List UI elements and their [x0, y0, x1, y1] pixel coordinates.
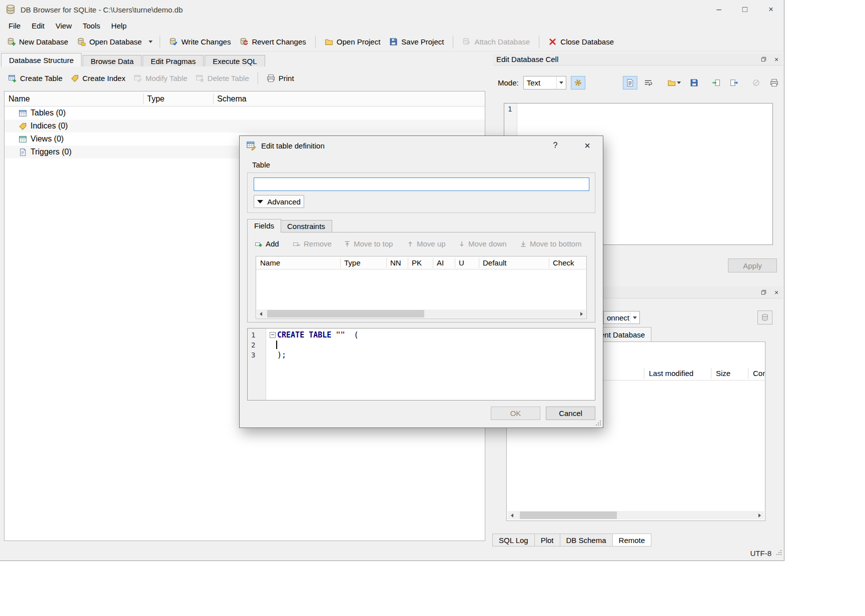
line-number: 2	[248, 340, 266, 350]
column-header-commit[interactable]: Comm	[750, 367, 765, 380]
export-button[interactable]	[727, 76, 741, 90]
print-label: Print	[279, 74, 294, 82]
open-database-dropdown[interactable]	[146, 38, 155, 46]
close-panel-icon[interactable]: ×	[771, 288, 782, 297]
column-header-name[interactable]: Name	[5, 92, 30, 106]
column-header-default[interactable]: Default	[480, 256, 507, 269]
resize-grip[interactable]	[776, 550, 777, 551]
mode-combobox[interactable]: Text	[523, 76, 566, 90]
menu-file[interactable]: File	[3, 20, 26, 32]
column-header-pk[interactable]: PK	[409, 256, 422, 269]
dialog-title-bar[interactable]: Edit table definition ? ×	[240, 136, 603, 155]
dialog-resize-grip[interactable]	[596, 420, 597, 422]
tab-plot[interactable]: Plot	[534, 534, 560, 546]
clone-database-button[interactable]	[757, 310, 772, 324]
tab-sql-log[interactable]: SQL Log	[492, 534, 535, 546]
save-file-button[interactable]	[687, 76, 701, 90]
float-panel-icon[interactable]	[758, 54, 769, 64]
tab-constraints[interactable]: Constraints	[280, 220, 332, 232]
create-index-label: Create Index	[83, 74, 126, 82]
modify-table-icon	[134, 74, 142, 82]
scroll-right-icon[interactable]	[755, 511, 764, 520]
scroll-right-icon[interactable]	[577, 310, 586, 318]
menu-edit[interactable]: Edit	[26, 20, 50, 32]
create-index-button[interactable]: Create Index	[67, 71, 130, 86]
tab-remote[interactable]: Remote	[612, 534, 652, 546]
column-header-ai[interactable]: AI	[434, 256, 444, 269]
move-bottom-label: Move to bottom	[530, 240, 581, 248]
horizontal-scrollbar[interactable]	[508, 511, 764, 520]
minimize-icon[interactable]: –	[706, 0, 732, 19]
column-separator[interactable]	[644, 368, 644, 379]
tree-row-tables[interactable]: Tables (0)	[5, 106, 485, 120]
encoding-status[interactable]: UTF-8	[750, 549, 772, 558]
column-separator[interactable]	[455, 258, 455, 268]
tab-edit-pragmas[interactable]: Edit Pragmas	[143, 55, 204, 66]
column-separator[interactable]	[549, 258, 549, 268]
apply-button[interactable]: Apply	[728, 258, 777, 272]
tab-db-schema[interactable]: DB Schema	[560, 534, 613, 546]
open-database-button[interactable]: Open Database	[73, 34, 146, 49]
close-database-button[interactable]: Close Database	[544, 34, 618, 49]
cancel-button[interactable]: Cancel	[546, 406, 595, 420]
column-separator[interactable]	[213, 94, 214, 104]
column-header-size[interactable]: Size	[713, 367, 746, 380]
column-header-last-modified[interactable]: Last modified	[646, 367, 711, 380]
help-icon[interactable]: ?	[547, 138, 564, 153]
column-header-type[interactable]: Type	[143, 92, 165, 106]
scrollbar-thumb[interactable]	[520, 512, 617, 519]
tab-fields[interactable]: Fields	[247, 219, 281, 232]
identity-combobox[interactable]: onnect	[603, 311, 640, 324]
float-panel-icon[interactable]	[758, 288, 769, 297]
create-table-button[interactable]: Create Table	[4, 71, 67, 86]
close-panel-icon[interactable]: ×	[771, 54, 782, 64]
fold-collapse-icon[interactable]: −	[270, 332, 276, 338]
advanced-button[interactable]: Advanced	[254, 195, 304, 208]
open-file-button[interactable]	[664, 76, 683, 90]
menu-view[interactable]: View	[50, 20, 77, 32]
column-header-type[interactable]: Type	[341, 256, 361, 269]
column-header-schema[interactable]: Schema	[213, 92, 247, 106]
auto-mode-button[interactable]	[571, 76, 585, 90]
tab-database-structure[interactable]: Database Structure	[1, 53, 82, 66]
word-wrap-button[interactable]	[641, 76, 655, 90]
write-changes-button[interactable]: Write Changes	[165, 34, 235, 49]
modify-table-button: Modify Table	[130, 71, 192, 86]
column-separator[interactable]	[340, 258, 341, 268]
import-button[interactable]	[709, 76, 723, 90]
column-separator[interactable]	[143, 94, 144, 104]
print-cell-button[interactable]	[767, 76, 781, 90]
open-project-button[interactable]: Open Project	[320, 34, 385, 49]
add-field-button[interactable]: Add	[255, 237, 279, 250]
column-header-check[interactable]: Check	[550, 256, 574, 269]
tree-row-indices[interactable]: Indices (0)	[5, 120, 485, 132]
horizontal-scrollbar[interactable]	[257, 310, 586, 318]
close-icon[interactable]: ×	[579, 138, 596, 153]
sql-preview[interactable]: 1 2 3 − CREATE TABLE "" ( );	[247, 328, 595, 400]
save-project-button[interactable]: Save Project	[385, 34, 448, 49]
column-separator[interactable]	[711, 368, 711, 379]
print-button[interactable]: Print	[263, 71, 298, 86]
table-name-input[interactable]	[254, 178, 589, 191]
close-database-label: Close Database	[560, 38, 614, 46]
column-separator[interactable]	[748, 368, 748, 379]
column-header-nn[interactable]: NN	[387, 256, 401, 269]
column-header-name[interactable]: Name	[257, 256, 280, 269]
close-icon[interactable]: ×	[758, 0, 784, 19]
menu-tools[interactable]: Tools	[77, 20, 106, 32]
new-database-button[interactable]: New Database	[3, 34, 73, 49]
scroll-left-icon[interactable]	[257, 310, 265, 318]
column-header-u[interactable]: U	[456, 256, 464, 269]
scroll-left-icon[interactable]	[508, 511, 516, 520]
column-separator[interactable]	[479, 258, 479, 268]
tab-browse-data[interactable]: Browse Data	[83, 55, 142, 66]
column-separator[interactable]	[386, 258, 387, 268]
column-separator[interactable]	[408, 258, 408, 268]
maximize-icon[interactable]: □	[732, 0, 758, 19]
menu-help[interactable]: Help	[106, 20, 132, 32]
scrollbar-thumb[interactable]	[267, 310, 424, 318]
tab-execute-sql[interactable]: Execute SQL	[205, 55, 265, 66]
text-document-button[interactable]	[623, 76, 637, 90]
column-separator[interactable]	[433, 258, 433, 268]
revert-changes-button[interactable]: Revert Changes	[235, 34, 310, 49]
